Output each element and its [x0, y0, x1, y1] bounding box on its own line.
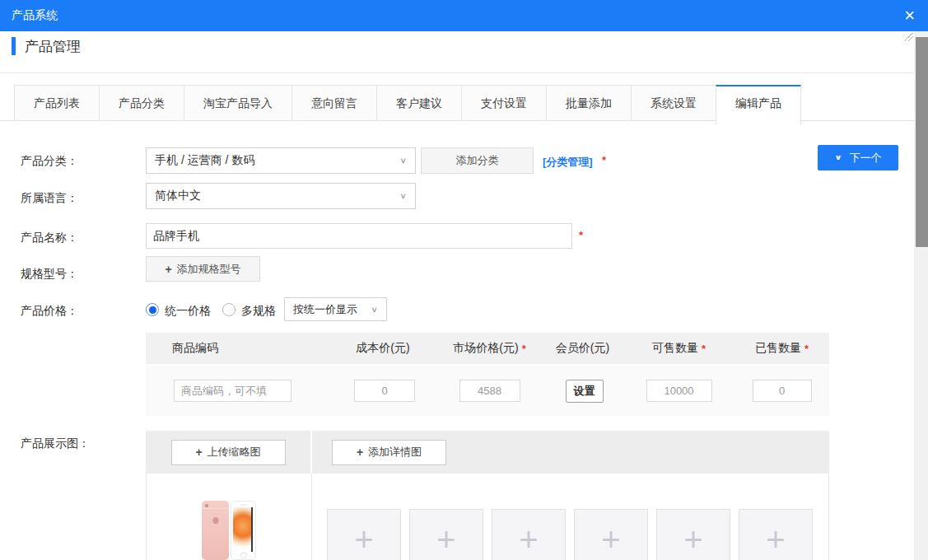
- detail-upload-slot[interactable]: +: [656, 509, 730, 560]
- price-label: 产品价格：: [21, 304, 78, 319]
- gallery-body: + + + + + +: [146, 474, 829, 560]
- plus-icon: +: [683, 523, 702, 560]
- upload-thumbnail-button[interactable]: + 上传缩略图: [171, 440, 286, 465]
- thumbnail-cell: [146, 474, 312, 560]
- tab-customer-suggestions[interactable]: 客户建议: [376, 85, 462, 121]
- chevron-down-icon: ∨: [399, 156, 407, 165]
- gallery-toolbar: + 上传缩略图 + 添加详情图: [146, 431, 829, 474]
- product-name-input[interactable]: [146, 223, 572, 249]
- upload-thumbnail-label: 上传缩略图: [208, 445, 261, 460]
- language-select[interactable]: 简体中文 ∨: [146, 183, 416, 209]
- price-display-value: 按统一价显示: [293, 302, 357, 317]
- category-label: 产品分类：: [21, 154, 78, 169]
- tab-system-settings[interactable]: 系统设置: [631, 85, 716, 121]
- price-table-header: 商品编码 成本价(元) 市场价格(元)* 会员价(元) 可售数量* 已售数量*: [146, 333, 829, 364]
- titlebar: 产品系统 ×: [0, 0, 928, 31]
- plus-icon: +: [165, 263, 171, 276]
- add-detail-image-button[interactable]: + 添加详情图: [332, 440, 446, 465]
- page-title: 产品管理: [25, 37, 81, 56]
- title-accent-bar: [12, 37, 16, 55]
- head-divider: [0, 72, 914, 73]
- add-spec-button[interactable]: + 添加规格型号: [146, 256, 260, 282]
- product-thumbnail-image[interactable]: [202, 501, 256, 560]
- detail-images-cell: + + + + + +: [312, 474, 829, 560]
- close-icon[interactable]: ×: [901, 7, 918, 25]
- header-sold-qty: 已售数量*: [734, 341, 829, 356]
- member-price-set-button[interactable]: 设置: [566, 380, 604, 403]
- detail-upload-slot[interactable]: +: [492, 509, 566, 560]
- product-code-input[interactable]: [174, 380, 291, 402]
- add-detail-image-label: 添加详情图: [368, 445, 422, 460]
- add-spec-label: 添加规格型号: [177, 262, 241, 277]
- detail-upload-slot[interactable]: +: [574, 509, 648, 560]
- tab-product-list[interactable]: 产品列表: [14, 85, 100, 121]
- header-member-price: 会员价(元): [545, 341, 623, 356]
- market-price-input[interactable]: [459, 380, 520, 402]
- apple-logo-mark: [212, 517, 218, 524]
- unified-price-radio-label[interactable]: 统一价格: [165, 304, 211, 319]
- spec-label: 规格型号：: [21, 267, 78, 282]
- category-select-value: 手机 / 运营商 / 数码: [155, 153, 254, 168]
- scrollbar-thumb[interactable]: [916, 37, 928, 247]
- plus-icon: +: [195, 446, 202, 459]
- phone-back-view: [202, 501, 229, 560]
- category-required-star: *: [602, 154, 606, 166]
- app-window: 产品系统 × 产品管理 产品列表 产品分类 淘宝产品导入 意向留言 客户建议 支…: [0, 0, 928, 560]
- cost-price-input[interactable]: [354, 380, 415, 402]
- gallery-section: + 上传缩略图 + 添加详情图 + + +: [146, 431, 829, 560]
- product-name-label: 产品名称：: [21, 231, 78, 245]
- add-category-label: 添加分类: [456, 153, 499, 168]
- tab-payment-settings[interactable]: 支付设置: [461, 85, 547, 121]
- chevron-down-icon: ∨: [835, 153, 842, 161]
- chevron-down-icon: ∨: [371, 305, 378, 314]
- header-sellable-qty: 可售数量*: [623, 341, 734, 356]
- chevron-down-icon: ∨: [399, 191, 407, 200]
- language-select-value: 简体中文: [155, 189, 201, 203]
- detail-upload-slot[interactable]: +: [409, 509, 483, 560]
- corner-grip-icon: [905, 33, 913, 41]
- sold-qty-input[interactable]: [753, 380, 812, 402]
- tabbar: 产品列表 产品分类 淘宝产品导入 意向留言 客户建议 支付设置 批量添加 系统设…: [14, 85, 801, 124]
- detail-upload-slot[interactable]: +: [327, 509, 401, 560]
- multi-spec-radio[interactable]: [222, 303, 235, 316]
- app-title: 产品系统: [12, 8, 58, 23]
- header-product-code: 商品编码: [146, 341, 335, 356]
- phone-screen-art: [233, 507, 253, 552]
- language-label: 所属语言：: [21, 191, 78, 206]
- manage-category-link[interactable]: [分类管理]: [543, 155, 593, 170]
- sellable-qty-input[interactable]: [646, 380, 712, 402]
- tab-edit-product[interactable]: 编辑产品: [716, 85, 801, 124]
- unified-price-radio[interactable]: [146, 303, 159, 316]
- tab-taobao-import[interactable]: 淘宝产品导入: [184, 85, 292, 121]
- gallery-label: 产品展示图：: [21, 436, 90, 451]
- thumbnail-toolbar-cell: + 上传缩略图: [146, 431, 312, 474]
- header-market-price: 市场价格(元)*: [434, 341, 545, 356]
- price-table: 商品编码 成本价(元) 市场价格(元)* 会员价(元) 可售数量* 已售数量* …: [146, 333, 829, 416]
- plus-icon: +: [357, 446, 363, 459]
- plus-icon: +: [436, 523, 455, 560]
- next-button[interactable]: ∨ 下一个: [818, 145, 898, 170]
- price-display-select[interactable]: 按统一价显示 ∨: [284, 297, 387, 321]
- radio-dot: [149, 306, 156, 314]
- plus-icon: +: [766, 523, 785, 560]
- tab-intent-messages[interactable]: 意向留言: [291, 85, 377, 121]
- tab-batch-add[interactable]: 批量添加: [546, 85, 632, 121]
- detail-toolbar-cell: + 添加详情图: [312, 431, 829, 474]
- plus-icon: +: [354, 523, 373, 560]
- name-required-star: *: [579, 229, 583, 241]
- plus-icon: +: [519, 523, 538, 560]
- header-cost-price: 成本价(元): [335, 341, 434, 356]
- phone-front-view: [231, 501, 256, 560]
- plus-icon: +: [601, 523, 620, 560]
- add-category-button[interactable]: 添加分类: [421, 147, 534, 174]
- category-select[interactable]: 手机 / 运营商 / 数码 ∨: [146, 147, 416, 174]
- price-table-row: 设置: [146, 366, 829, 416]
- detail-upload-slot[interactable]: +: [739, 509, 813, 560]
- tab-product-category[interactable]: 产品分类: [99, 85, 184, 121]
- multi-spec-radio-label[interactable]: 多规格: [241, 304, 276, 319]
- next-button-label: 下一个: [849, 151, 881, 166]
